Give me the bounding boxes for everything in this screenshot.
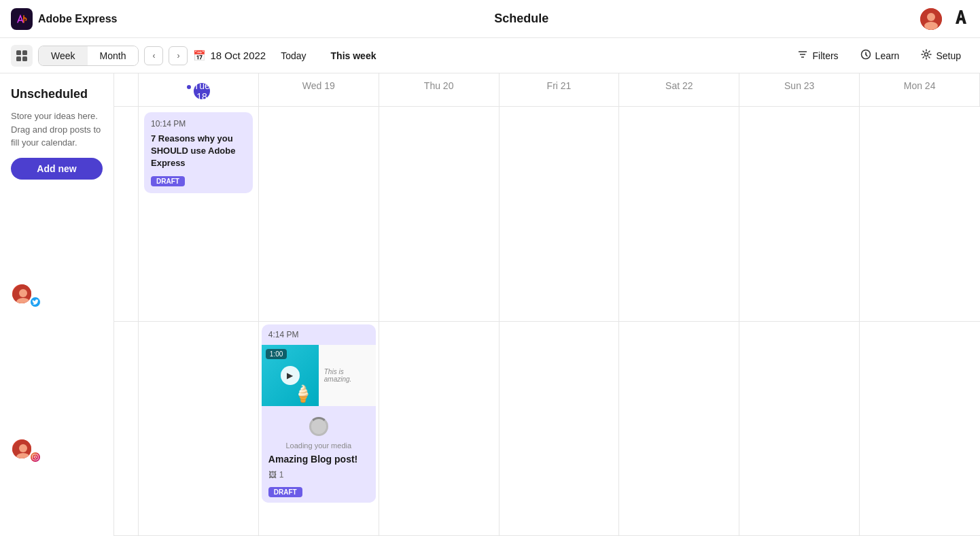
- post-card-body: Loading your media Amazing Blog post! 🖼 …: [262, 406, 376, 503]
- today-button[interactable]: Today: [271, 46, 315, 65]
- post-meta: 🖼 1: [268, 470, 369, 480]
- draft-badge-2: DRAFT: [268, 487, 302, 497]
- day-header-mon24: Mon 24: [860, 73, 980, 106]
- day-header-fri21: Fri 21: [500, 73, 620, 106]
- cell-sat22-row2: [619, 322, 739, 536]
- media-preview: 1:00 ▶ 🍦 This is amazing.: [262, 345, 376, 406]
- image-icon: 🖼: [268, 470, 277, 480]
- post-time: 10:14 PM: [151, 119, 246, 129]
- adobe-icon: [953, 9, 969, 29]
- svg-rect-7: [22, 56, 27, 61]
- svg-rect-6: [16, 56, 21, 61]
- date-label: 📅 18 Oct 2022: [193, 50, 266, 62]
- svg-point-12: [925, 53, 928, 56]
- cell-thu20-row2: [379, 322, 500, 536]
- svg-point-3: [924, 22, 938, 30]
- post-caption: Amazing Blog post!: [268, 454, 369, 465]
- today-dot: [187, 85, 191, 89]
- post-card-twitter[interactable]: 10:14 PM 7 Reasons why you SHOULD use Ad…: [144, 112, 253, 193]
- svg-rect-19: [33, 454, 38, 459]
- sidebar-description: Store your ideas here. Drag and drop pos…: [11, 110, 103, 150]
- calendar-body: 10:14 PM 7 Reasons why you SHOULD use Ad…: [114, 107, 980, 536]
- post-media-time: 4:14 PM: [262, 324, 376, 345]
- calendar-row-1: 10:14 PM 7 Reasons why you SHOULD use Ad…: [114, 107, 980, 322]
- calendar-icon: 📅: [193, 50, 206, 62]
- media-count: 1: [279, 470, 284, 480]
- svg-rect-4: [16, 50, 21, 55]
- sidebar-post-row1: [11, 283, 103, 307]
- social-channels-icon[interactable]: [11, 45, 33, 67]
- day-header-thu20: Thu 20: [379, 73, 500, 106]
- cell-tue18-row2: [139, 322, 259, 536]
- cell-sun23-row2: [739, 322, 860, 536]
- day-number: Tue 18: [194, 83, 210, 99]
- sidebar: Unscheduled Store your ideas here. Drag …: [0, 73, 114, 536]
- media-text-panel: This is amazing.: [319, 345, 376, 406]
- learn-icon: [860, 49, 871, 62]
- day-header-sat22: Sat 22: [619, 73, 739, 106]
- top-header: Adobe Express Schedule: [0, 0, 980, 38]
- cell-mon24-row2: [860, 322, 980, 536]
- page-title: Schedule: [130, 12, 912, 26]
- avatar-stack-instagram: [11, 438, 41, 463]
- post-title: 7 Reasons why you SHOULD use Adobe Expre…: [151, 133, 246, 170]
- week-tab[interactable]: Week: [39, 46, 88, 65]
- setup-icon: [921, 49, 932, 62]
- cell-wed19-row2[interactable]: 4:14 PM 1:00 ▶ 🍦 This is amazing.: [259, 322, 379, 536]
- loading-spinner: [309, 417, 328, 436]
- svg-point-17: [19, 444, 27, 452]
- media-video: 1:00 ▶ 🍦: [262, 345, 319, 406]
- media-text-content: This is amazing.: [324, 368, 370, 383]
- setup-button[interactable]: Setup: [913, 45, 969, 66]
- month-tab[interactable]: Month: [88, 46, 139, 65]
- filters-icon: [797, 49, 808, 62]
- row2-time-label: [114, 322, 139, 536]
- learn-button[interactable]: Learn: [852, 45, 908, 66]
- prev-arrow[interactable]: ‹: [144, 46, 163, 65]
- app-name: Adobe Express: [38, 13, 117, 25]
- sidebar-title: Unscheduled: [11, 87, 103, 101]
- cell-mon24-row1: [860, 107, 980, 321]
- calendar-area: Tue 18 Wed 19 Thu 20 Fri 21 Sat 22 Sun 2…: [114, 73, 980, 536]
- add-new-button[interactable]: Add new: [11, 158, 103, 180]
- cell-sat22-row1: [619, 107, 739, 321]
- sidebar-post-row2: [11, 438, 103, 463]
- row1-time-label: [114, 107, 139, 321]
- svg-rect-5: [22, 50, 27, 55]
- calendar-row-2: 4:14 PM 1:00 ▶ 🍦 This is amazing.: [114, 322, 980, 537]
- cell-fri21-row2: [500, 322, 620, 536]
- app-logo: Adobe Express: [11, 8, 117, 30]
- calendar-header: Tue 18 Wed 19 Thu 20 Fri 21 Sat 22 Sun 2…: [114, 73, 980, 107]
- day-header-tue18: Tue 18: [139, 73, 259, 106]
- loading-indicator: [268, 412, 369, 441]
- user-avatar[interactable]: [920, 8, 942, 30]
- popsicle-icon: 🍦: [293, 384, 313, 403]
- header-empty-cell: [114, 73, 139, 106]
- svg-point-20: [34, 456, 36, 458]
- twitter-badge: [30, 297, 41, 307]
- next-arrow[interactable]: ›: [169, 46, 188, 65]
- main-layout: Unscheduled Store your ideas here. Drag …: [0, 73, 980, 536]
- instagram-badge: [30, 452, 41, 463]
- svg-point-2: [927, 13, 935, 21]
- day-header-wed19: Wed 19: [259, 73, 379, 106]
- toolbar: Week Month ‹ › 📅 18 Oct 2022 Today This …: [0, 38, 980, 73]
- filters-button[interactable]: Filters: [789, 45, 846, 66]
- cell-wed19-row1: [259, 107, 379, 321]
- post-card-instagram[interactable]: 4:14 PM 1:00 ▶ 🍦 This is amazing.: [262, 324, 376, 503]
- view-tab-group: Week Month: [38, 46, 139, 66]
- header-right: [920, 8, 969, 30]
- day-header-sun23: Sun 23: [739, 73, 860, 106]
- draft-badge: DRAFT: [151, 176, 185, 186]
- video-duration: 1:00: [266, 349, 287, 359]
- cell-thu20-row1: [379, 107, 500, 321]
- loading-text: Loading your media: [268, 441, 369, 450]
- avatar-stack-twitter: [11, 283, 41, 307]
- cell-sun23-row1: [739, 107, 860, 321]
- svg-point-21: [37, 455, 37, 456]
- cell-tue18-row1[interactable]: 10:14 PM 7 Reasons why you SHOULD use Ad…: [139, 107, 259, 321]
- svg-point-14: [19, 289, 27, 297]
- play-button[interactable]: ▶: [281, 366, 300, 385]
- this-week-button[interactable]: This week: [321, 46, 386, 65]
- cell-fri21-row1: [500, 107, 620, 321]
